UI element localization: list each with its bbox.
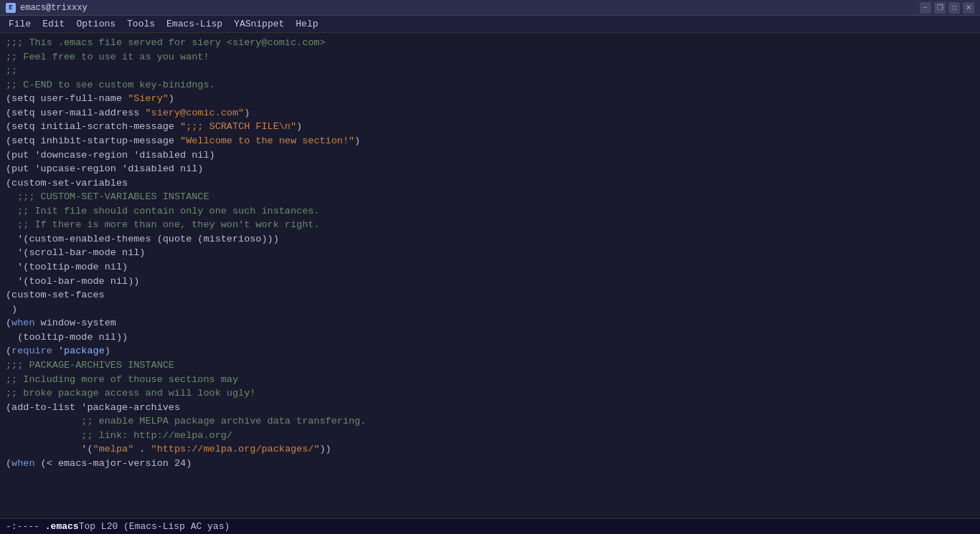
code-line: ;; C-END to see custom key-binidngs. <box>6 78 974 92</box>
title-bar-left: E emacs@trixxxy <box>6 3 88 13</box>
menu-item-emacs-lisp[interactable]: Emacs-Lisp <box>161 16 228 32</box>
code-line: ;; enable MELPA package archive data tra… <box>6 414 974 429</box>
code-line: ;; Init file should contain only one suc… <box>6 204 974 219</box>
menu-bar: FileEditOptionsToolsEmacs-LispYASnippetH… <box>0 16 980 33</box>
status-bar-content: -:---- .emacs Top L20 (Emacs-Lisp AC yas… <box>6 521 230 532</box>
status-info: Top L20 (Emacs-Lisp AC yas) <box>79 521 230 532</box>
menu-item-file[interactable]: File <box>3 16 37 32</box>
code-line: (put 'downcase-region 'disabled nil) <box>6 148 974 163</box>
emacs-icon: E <box>6 3 16 13</box>
code-line: (require 'package) <box>6 344 974 358</box>
restore-button[interactable]: ❐ <box>934 2 946 14</box>
code-line: '(tooltip-mode nil) <box>6 260 974 275</box>
code-line: (setq inhibit-startup-message "Wellcome … <box>6 134 974 148</box>
code-line: ;; broke package access and will look ug… <box>6 386 974 401</box>
menu-item-help[interactable]: Help <box>290 16 324 32</box>
menu-item-edit[interactable]: Edit <box>37 16 70 32</box>
menu-item-tools[interactable]: Tools <box>121 16 161 32</box>
code-line: ;; Including more of thouse sections may <box>6 373 974 387</box>
close-button[interactable]: ✕ <box>963 2 974 14</box>
code-line: ;;; CUSTOM-SET-VARIABLES INSTANCE <box>6 190 974 204</box>
code-line: (setq user-full-name "Siery") <box>6 92 974 106</box>
code-line: '(custom-enabled-themes (quote (misterio… <box>6 232 974 247</box>
title-bar: E emacs@trixxxy − ❐ □ ✕ <box>0 0 980 16</box>
window-controls: − ❐ □ ✕ <box>920 2 974 14</box>
editor-area[interactable]: ;;; This .emacs file served for siery <s… <box>0 33 980 518</box>
status-dashes: -:---- <box>6 521 39 532</box>
status-filename: .emacs <box>45 521 79 532</box>
code-line: '(scroll-bar-mode nil) <box>6 246 974 260</box>
code-line: ;; Feel free to use it as you want! <box>6 50 974 65</box>
code-line: (setq user-mail-address "siery@comic.com… <box>6 106 974 120</box>
code-line: (custom-set-faces <box>6 288 974 302</box>
menu-item-options[interactable]: Options <box>70 16 121 32</box>
code-line: ) <box>6 302 974 317</box>
code-line: (setq initial-scratch-message ";;; SCRAT… <box>6 120 974 134</box>
code-editor[interactable]: ;;; This .emacs file served for siery <s… <box>0 36 980 470</box>
code-line: ;;; This .emacs file served for siery <s… <box>6 36 974 50</box>
minimize-button[interactable]: − <box>920 2 931 14</box>
maximize-button[interactable]: □ <box>948 2 960 14</box>
code-line: (add-to-list 'package-archives <box>6 401 974 415</box>
window-title: emacs@trixxxy <box>20 3 88 13</box>
code-line: (when (< emacs-major-version 24) <box>6 457 974 471</box>
status-bar: -:---- .emacs Top L20 (Emacs-Lisp AC yas… <box>0 518 980 534</box>
code-line: ;; <box>6 64 974 78</box>
code-line: '(tool-bar-mode nil)) <box>6 275 974 289</box>
code-line: (custom-set-variables <box>6 176 974 191</box>
code-line: '("melpa" . "https://melpa.org/packages/… <box>6 442 974 457</box>
code-line: (put 'upcase-region 'disabled nil) <box>6 162 974 176</box>
menu-item-yasnippet[interactable]: YASnippet <box>228 16 290 32</box>
code-line: ;; If there is more than one, they won't… <box>6 218 974 232</box>
code-line: ;;; PACKAGE-ARCHIVES INSTANCE <box>6 358 974 373</box>
code-line: (when window-system <box>6 316 974 330</box>
code-line: (tooltip-mode nil)) <box>6 330 974 345</box>
code-line: ;; link: http://melpa.org/ <box>6 429 974 443</box>
